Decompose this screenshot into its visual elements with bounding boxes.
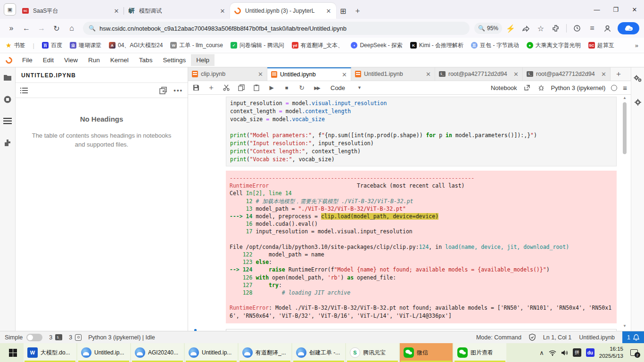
external-link-icon[interactable] <box>523 83 531 92</box>
bookmark-item[interactable]: A04、AGI大模型24 <box>109 41 163 49</box>
paste-cell-icon[interactable] <box>252 83 261 92</box>
simple-mode-toggle[interactable] <box>26 334 42 341</box>
run-all-icon[interactable]: ▶▶ <box>313 83 321 92</box>
bookmark-item[interactable]: ◖DeepSeek - 探索 <box>351 41 403 49</box>
notifications-button[interactable]: 1 <box>622 331 644 344</box>
network-icon[interactable] <box>549 350 556 356</box>
cell-collapser[interactable] <box>194 329 197 331</box>
browser-tab-model-debug[interactable]: 岍 模型调试 ✕ <box>124 3 230 19</box>
start-button[interactable] <box>2 343 24 362</box>
stop-kernel-icon[interactable]: ■ <box>282 83 291 92</box>
minimize-button[interactable]: — <box>587 0 606 19</box>
close-doc-icon[interactable]: ✕ <box>513 71 519 78</box>
performance-icon[interactable]: ⚡ <box>504 22 517 35</box>
taskbar-app-wechat[interactable]: 微信 <box>400 343 453 362</box>
property-inspector-icon[interactable] <box>634 75 642 82</box>
extension-manager-icon[interactable] <box>3 138 12 148</box>
taskbar-app-image-viewer[interactable]: 图片查看 <box>454 343 506 362</box>
taskbar-app-yuanbao[interactable]: S 腾讯元宝 <box>346 343 399 362</box>
doc-tab-terminal-1[interactable]: $_ root@pa427712d2d94 ✕ <box>435 67 523 81</box>
profile-icon[interactable] <box>601 22 614 35</box>
tab-search-icon[interactable]: ▣ <box>4 3 16 16</box>
menu-settings[interactable]: Settings <box>157 54 191 66</box>
close-tab-icon[interactable]: ✕ <box>219 7 226 15</box>
zoom-indicator[interactable]: 🔍 95% <box>474 23 502 34</box>
tray-expand-icon[interactable]: ∧ <box>539 349 544 356</box>
bookmark-item[interactable]: 百百度 <box>42 41 62 49</box>
kernels-indicator[interactable]: 3 <box>69 334 82 341</box>
save-icon[interactable] <box>192 83 200 92</box>
scrollbar-thumb[interactable] <box>623 102 627 154</box>
terminals-indicator[interactable]: 3 $_ <box>49 334 62 341</box>
bookmark-item[interactable]: ●大乘离文字普光明 <box>527 41 581 49</box>
doc-tab-terminal-2[interactable]: $_ root@pa427712d2d94 ✕ <box>523 67 611 81</box>
doc-tab-clip[interactable]: clip.ipynb ✕ <box>188 67 267 81</box>
menu-kernel[interactable]: Kernel <box>105 54 134 66</box>
taskbar-app-word[interactable]: W 大模型.do... <box>24 343 76 362</box>
close-doc-icon[interactable]: ✕ <box>601 71 606 78</box>
menu-help[interactable]: Help <box>191 54 215 66</box>
address-bar[interactable]: 🔍 hsw.csidc.cn/notebook_c9a12abac7004983… <box>83 22 470 35</box>
browser-tab-saas[interactable]: SC SaaS平台 ✕ <box>18 3 124 19</box>
restore-button[interactable]: ❐ <box>606 0 625 19</box>
favorite-add-icon[interactable]: ☆ <box>534 22 547 35</box>
close-tab-icon[interactable]: ✕ <box>325 7 332 15</box>
bookmark-item[interactable]: 豆豆包 - 字节跳动 <box>471 41 519 49</box>
kernel-status-icon[interactable] <box>611 85 617 91</box>
back-button[interactable]: ← <box>20 22 33 35</box>
cut-cell-icon[interactable] <box>222 83 231 92</box>
mode-indicator[interactable]: Mode: Command <box>476 334 521 341</box>
add-cell-icon[interactable]: ＋ <box>207 83 215 92</box>
bookmark-item[interactable]: KKimi - 会推理解析 <box>410 41 463 49</box>
tab-group-icon[interactable]: ⊞ <box>340 7 346 16</box>
empty-cell-input[interactable]: ↑ ↓ <box>226 329 617 331</box>
code-cell-source[interactable]: input_resolution = model.visual.input_re… <box>226 97 617 166</box>
taskbar-app-browser-4[interactable]: 有道翻译_... <box>239 343 291 362</box>
bookmark-item[interactable]: W工单 - llm_course <box>170 41 223 49</box>
more-options-icon[interactable]: ••• <box>173 87 183 94</box>
cursor-position[interactable]: Ln 1, Col 1 <box>543 334 571 341</box>
copy-cell-icon[interactable] <box>237 83 246 92</box>
kernel-status-text[interactable]: Python 3 (ipykernel) | Idle <box>88 334 155 341</box>
doc-tab-untitled1[interactable]: Untitled1.ipynb ✕ <box>351 67 435 81</box>
bookmarks-overflow-icon[interactable]: » <box>635 42 638 49</box>
toolbar-overflow-icon[interactable]: ≡ <box>623 84 627 92</box>
bookmark-item[interactable]: ★书签 <box>6 41 25 49</box>
taskbar-clock[interactable]: 16:15 2025/5/13 <box>599 346 623 360</box>
menu-run[interactable]: Run <box>83 54 105 66</box>
scroll-up-icon[interactable]: ▲ <box>622 96 627 100</box>
home-button[interactable]: ⌂ <box>65 22 78 35</box>
scroll-down-icon[interactable]: ▼ <box>622 324 627 328</box>
menu-tabs[interactable]: Tabs <box>134 54 158 66</box>
close-window-button[interactable]: ✕ <box>625 0 644 19</box>
notebook-content[interactable]: input_resolution = model.visual.input_re… <box>188 95 631 331</box>
volume-icon[interactable] <box>561 350 568 356</box>
taskbar-app-browser-3[interactable]: Untitled.ip... <box>185 343 238 362</box>
history-icon[interactable] <box>570 22 584 35</box>
numbered-list-icon[interactable] <box>20 87 28 94</box>
empty-cell[interactable]: [ ]: ↑ ↓ <box>226 329 617 331</box>
bookmark-item[interactable]: SC超算互 <box>588 41 614 49</box>
taskbar-app-browser-2[interactable]: AGI20240... <box>131 343 184 362</box>
close-tab-icon[interactable]: ✕ <box>113 7 120 15</box>
trust-shield-icon[interactable] <box>529 334 536 341</box>
bookmark-item[interactable]: yd有道翻译_文本、 <box>292 41 344 49</box>
share-icon[interactable] <box>519 22 532 35</box>
kernel-name[interactable]: Python 3 (ipykernel) <box>551 84 606 91</box>
menu-icon[interactable]: ≡ <box>586 22 599 35</box>
sync-cloud-icon[interactable] <box>618 22 639 34</box>
taskbar-app-browser-5[interactable]: 创建工单 -... <box>292 343 345 362</box>
ime-icon[interactable]: 拼 <box>573 348 581 357</box>
taskbar-app-browser-1[interactable]: Untitled.ip... <box>77 343 130 362</box>
baidu-ime-icon[interactable]: du <box>586 348 594 357</box>
debugger-sidebar-icon[interactable] <box>634 99 642 106</box>
close-doc-icon[interactable]: ✕ <box>426 71 431 78</box>
close-doc-icon[interactable]: ✕ <box>258 71 263 78</box>
new-tab-button[interactable]: ＋ <box>354 6 361 16</box>
bookmark-item[interactable]: ✓问卷编辑 - 腾讯问 <box>231 41 284 49</box>
sidebar-chevrons-icon[interactable]: » <box>5 22 18 35</box>
debugger-bug-icon[interactable] <box>537 83 545 92</box>
forward-button[interactable]: → <box>35 22 48 35</box>
menu-file[interactable]: File <box>17 54 38 66</box>
cell-type-dropdown[interactable]: Code ▼ <box>328 83 364 92</box>
